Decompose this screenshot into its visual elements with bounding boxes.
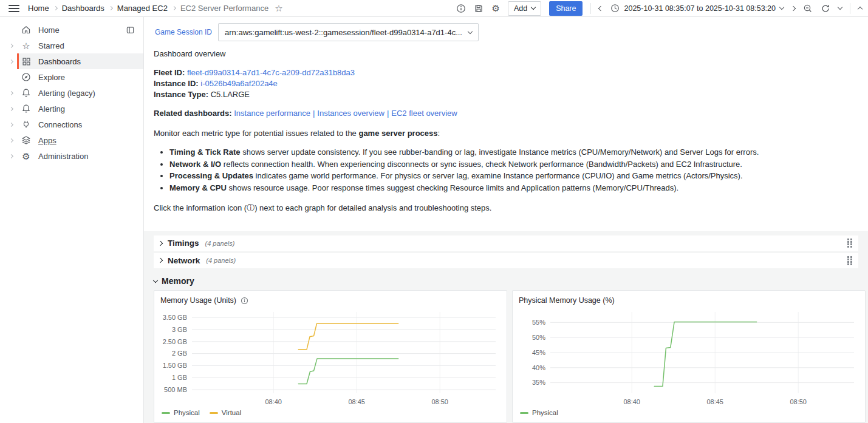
collapse-topbar-icon[interactable]: [858, 5, 862, 11]
divider: [590, 3, 591, 14]
menu-toggle-icon[interactable]: [9, 4, 19, 13]
sidebar-item-connections[interactable]: Connections: [0, 117, 143, 132]
chevron-right-icon[interactable]: [5, 123, 17, 126]
refresh-icon[interactable]: [821, 4, 830, 13]
chevron-right-icon: [159, 242, 162, 245]
bullet-timing-tick-rate: Timing & Tick Rate shows server update c…: [169, 147, 858, 158]
svg-text:08:45: 08:45: [348, 398, 365, 405]
svg-text:40%: 40%: [532, 364, 545, 371]
favorite-star-icon[interactable]: ☆: [275, 4, 282, 13]
dashboards-grid-icon: [21, 57, 31, 66]
svg-text:08:50: 08:50: [431, 398, 448, 405]
breadcrumb-managed-ec2[interactable]: Managed EC2: [117, 4, 168, 13]
add-button[interactable]: Add: [508, 1, 541, 16]
time-shift-forward-icon[interactable]: [791, 7, 795, 10]
bullet-processing-updates: Processing & Updates indicates game worl…: [169, 171, 858, 182]
svg-text:08:50: 08:50: [790, 398, 807, 405]
sidebar-item-apps[interactable]: Apps: [0, 132, 143, 148]
svg-text:50%: 50%: [532, 334, 545, 341]
instance-id-link[interactable]: i-0526b49a6af202a4e: [200, 79, 278, 88]
row-network[interactable]: Network (4 panels): [154, 253, 858, 269]
chevron-down-icon: [531, 5, 536, 10]
panel-info-icon[interactable]: [241, 297, 248, 305]
legend-color-dash: [520, 412, 528, 414]
sidebar-item-alerting[interactable]: Alerting: [0, 101, 143, 117]
sidebar-item-alerting-legacy[interactable]: Alerting (legacy): [0, 85, 143, 101]
dashboard-content: Game Session ID arn:aws:gamelift:us-west…: [144, 17, 868, 423]
related-link-instance-performance[interactable]: Instance performance: [234, 109, 310, 118]
breadcrumb-dashboards[interactable]: Dashboards: [62, 4, 104, 13]
svg-text:1 GB: 1 GB: [172, 374, 187, 381]
instance-type-value: C5.LARGE: [211, 90, 250, 99]
time-range-picker[interactable]: 2025-10-31 08:35:07 to 2025-10-31 08:53:…: [610, 4, 784, 13]
breadcrumb-separator-icon: [172, 6, 176, 10]
sidebar-item-explore[interactable]: Explore: [0, 69, 143, 85]
pipe-separator: |: [313, 109, 315, 118]
panel-count-badge: (4 panels): [206, 257, 236, 264]
star-icon: ☆: [21, 41, 31, 50]
dashboard-info-icon[interactable]: [456, 4, 466, 13]
related-dashboards-label: Related dashboards:: [154, 109, 232, 118]
save-dashboard-icon[interactable]: [474, 4, 484, 13]
overview-text-panel: Dashboard overview Fleet ID: fleet-d99a0…: [154, 49, 858, 214]
zoom-out-time-icon[interactable]: [803, 4, 813, 13]
home-icon: [21, 25, 31, 35]
legend-item[interactable]: Virtual: [210, 409, 241, 416]
chevron-down-icon: [468, 29, 473, 33]
breadcrumb-home[interactable]: Home: [28, 4, 49, 13]
sidebar-item-starred[interactable]: ☆ Starred: [0, 38, 143, 53]
instance-type-label: Instance Type:: [154, 90, 208, 99]
monitor-paragraph: Monitor each metric type for potential i…: [154, 128, 858, 139]
chevron-right-icon[interactable]: [5, 155, 17, 158]
collapse-sidebar-icon[interactable]: [126, 25, 135, 35]
panel-title[interactable]: Physical Memory Usage (%): [519, 296, 615, 305]
fleet-id-link[interactable]: fleet-d99a0314-a7d1-4c7c-a209-dd72a31b8d…: [187, 68, 355, 77]
row-drag-handle[interactable]: [847, 239, 852, 248]
svg-text:08:40: 08:40: [265, 398, 282, 405]
breadcrumb-current-page: EC2 Server Performance: [180, 4, 268, 13]
legend-label: Physical: [532, 409, 558, 416]
info-icon-note: Click the information icon (ⓘ) next to e…: [154, 203, 858, 214]
game-session-id-select[interactable]: arn:aws:gamelift:us-west-2::gamesession/…: [218, 23, 479, 41]
share-button[interactable]: Share: [549, 1, 583, 16]
row-timings[interactable]: Timings (4 panels): [154, 235, 858, 251]
fleet-id-label: Fleet ID:: [154, 68, 185, 77]
chevron-right-icon[interactable]: [5, 92, 17, 95]
physical-memory-panel: Physical Memory Usage (%) 55%50%45%40%35…: [512, 290, 866, 423]
pipe-separator: |: [387, 109, 389, 118]
row-drag-handle[interactable]: [847, 256, 852, 265]
chevron-right-icon: [159, 259, 162, 262]
chart-legend: Physical: [513, 408, 865, 422]
refresh-interval-dropdown[interactable]: [838, 7, 842, 9]
related-link-instances-overview[interactable]: Instances overview: [317, 109, 384, 118]
related-link-ec2-fleet-overview[interactable]: EC2 fleet overview: [391, 109, 457, 118]
svg-text:1.50 GB: 1.50 GB: [163, 362, 187, 369]
time-shift-back-icon[interactable]: [599, 7, 603, 10]
time-range-text: 2025-10-31 08:35:07 to 2025-10-31 08:53:…: [624, 4, 776, 13]
chevron-right-icon[interactable]: [5, 139, 17, 142]
legend-item[interactable]: Physical: [520, 409, 558, 416]
dashboard-settings-icon[interactable]: ⚙: [491, 4, 499, 13]
svg-text:2.50 GB: 2.50 GB: [163, 338, 187, 345]
panel-title[interactable]: Memory Usage (Units): [160, 296, 236, 305]
physical-memory-chart[interactable]: 55%50%45%40%35%08:4008:4508:50: [515, 306, 863, 408]
sidebar-item-administration[interactable]: ⚙ Administration: [0, 148, 143, 164]
row-memory[interactable]: Memory: [154, 276, 858, 286]
bell-icon: [21, 88, 31, 98]
chevron-right-icon[interactable]: [5, 44, 17, 47]
legend-item[interactable]: Physical: [162, 409, 200, 416]
variable-label[interactable]: Game Session ID: [154, 28, 218, 36]
dashboard-header-zone: Game Session ID arn:aws:gamelift:us-west…: [144, 17, 868, 231]
memory-panels-row: Memory Usage (Units) 3.50 GB3 GB2.50 GB2…: [154, 290, 866, 423]
compass-icon: [21, 72, 31, 82]
chevron-right-icon[interactable]: [5, 60, 17, 63]
sidebar-item-home[interactable]: Home: [0, 22, 143, 38]
gear-icon: ⚙: [21, 152, 31, 161]
chart-legend: PhysicalVirtual: [154, 408, 507, 422]
chevron-right-icon[interactable]: [5, 107, 17, 110]
sidebar-item-dashboards[interactable]: Dashboards: [0, 53, 143, 69]
breadcrumb: Home Dashboards Managed EC2 EC2 Server P…: [28, 4, 268, 13]
legend-color-dash: [210, 412, 218, 414]
plug-icon: [21, 120, 31, 129]
memory-usage-chart[interactable]: 3.50 GB3 GB2.50 GB2 GB1.50 GB1 GB500 MB0…: [157, 306, 504, 408]
